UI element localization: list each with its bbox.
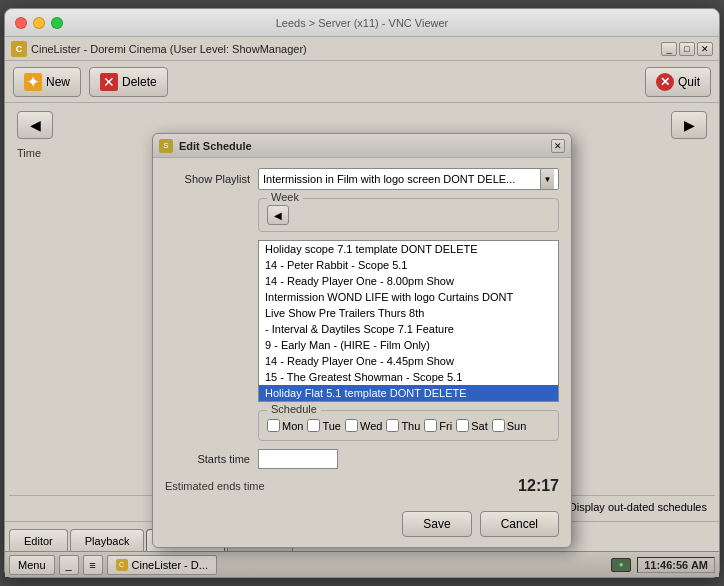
starts-time-row: Starts time [165, 449, 559, 469]
app-icon: C [11, 41, 27, 57]
week-nav-row: ◀ [267, 203, 550, 227]
day-checkbox-mon[interactable] [267, 419, 280, 432]
win-minimize-btn[interactable]: _ [661, 42, 677, 56]
day-check-sat[interactable]: Sat [456, 419, 488, 432]
playlist-dropdown-list[interactable]: Holiday scope 7.1 template DONT DELETE14… [259, 241, 558, 401]
day-checkbox-tue[interactable] [307, 419, 320, 432]
taskbar: Menu _ ≡ C CineLister - D... ● 11:46:56 … [5, 551, 719, 577]
minimize-button[interactable] [33, 17, 45, 29]
app-title: CineLister - Doremi Cinema (User Level: … [31, 43, 307, 55]
week-back-button[interactable]: ◀ [267, 205, 289, 225]
main-window: Leeds > Server (x11) - VNC Viewer C Cine… [4, 8, 720, 578]
taskbar-app-label: CineLister - D... [132, 559, 208, 571]
modal-title-bar: S Edit Schedule ✕ [153, 134, 571, 158]
delete-icon: ✕ [100, 73, 118, 91]
save-button[interactable]: Save [402, 511, 471, 537]
new-label: New [46, 75, 70, 89]
select-arrow-icon: ▼ [540, 169, 554, 189]
day-check-tue[interactable]: Tue [307, 419, 341, 432]
quit-area: ✕ Quit [645, 67, 711, 97]
show-playlist-label: Show Playlist [165, 173, 250, 185]
edit-schedule-modal: S Edit Schedule ✕ Show Playlist Intermis… [152, 133, 572, 548]
network-icon: ● [611, 558, 631, 572]
day-check-wed[interactable]: Wed [345, 419, 382, 432]
cancel-button[interactable]: Cancel [480, 511, 559, 537]
playlist-item-6[interactable]: 9 - Early Man - (HIRE - Film Only) [259, 337, 558, 353]
playlist-item-9[interactable]: Holiday Flat 5.1 template DONT DELETE [259, 385, 558, 401]
playlist-item-2[interactable]: 14 - Ready Player One - 8.00pm Show [259, 273, 558, 289]
menu-bar: C CineLister - Doremi Cinema (User Level… [5, 37, 719, 61]
day-check-sun[interactable]: Sun [492, 419, 527, 432]
playlist-item-8[interactable]: 15 - The Greatest Showman - Scope 5.1 [259, 369, 558, 385]
taskbar-list-btn[interactable]: ≡ [83, 555, 103, 575]
day-check-fri[interactable]: Fri [424, 419, 452, 432]
window-controls: _ □ ✕ [661, 42, 713, 56]
day-checkbox-wed[interactable] [345, 419, 358, 432]
taskbar-app-item[interactable]: C CineLister - D... [107, 555, 217, 575]
delete-label: Delete [122, 75, 157, 89]
taskbar-app-icon: C [116, 559, 128, 571]
menu-button[interactable]: Menu [9, 555, 55, 575]
main-area: ◀ ▶ Time S Edit Schedule ✕ [5, 103, 719, 521]
schedule-legend: Schedule [267, 403, 321, 415]
week-legend: Week [267, 191, 303, 203]
modal-overlay: S Edit Schedule ✕ Show Playlist Intermis… [5, 103, 719, 521]
delete-button[interactable]: ✕ Delete [89, 67, 168, 97]
close-button[interactable] [15, 17, 27, 29]
show-playlist-value: Intermission in Film with logo screen DO… [263, 173, 540, 185]
taskbar-minimize-btn[interactable]: _ [59, 555, 79, 575]
win-restore-btn[interactable]: □ [679, 42, 695, 56]
ends-row: Estimated ends time 12:17 [165, 477, 559, 495]
day-check-mon[interactable]: Mon [267, 419, 303, 432]
day-checkbox-fri[interactable] [424, 419, 437, 432]
starts-time-label: Starts time [165, 453, 250, 465]
modal-title: Edit Schedule [179, 140, 551, 152]
show-playlist-select[interactable]: Intermission in Film with logo screen DO… [258, 168, 559, 190]
day-check-thu[interactable]: Thu [386, 419, 420, 432]
tab-playback[interactable]: Playback [70, 529, 145, 551]
quit-label: Quit [678, 75, 700, 89]
playlist-item-1[interactable]: 14 - Peter Rabbit - Scope 5.1 [259, 257, 558, 273]
show-playlist-row: Show Playlist Intermission in Film with … [165, 168, 559, 190]
modal-footer: Save Cancel [153, 505, 571, 547]
playlist-item-4[interactable]: Live Show Pre Trailers Thurs 8th [259, 305, 558, 321]
week-group: Week ◀ [258, 198, 559, 232]
new-icon: ✦ [24, 73, 42, 91]
title-bar: Leeds > Server (x11) - VNC Viewer [5, 9, 719, 37]
estimated-ends-value: 12:17 [518, 477, 559, 495]
traffic-lights [15, 17, 63, 29]
new-button[interactable]: ✦ New [13, 67, 81, 97]
win-close-btn[interactable]: ✕ [697, 42, 713, 56]
day-checkbox-sun[interactable] [492, 419, 505, 432]
modal-body: Show Playlist Intermission in Film with … [153, 158, 571, 505]
schedule-group: Schedule MonTueWedThuFriSatSun [258, 410, 559, 441]
taskbar-right: ● 11:46:56 AM [611, 557, 715, 573]
window-title: Leeds > Server (x11) - VNC Viewer [276, 17, 449, 29]
tab-editor[interactable]: Editor [9, 529, 68, 551]
modal-icon: S [159, 139, 173, 153]
playlist-item-3[interactable]: Intermission WOND LIFE with logo Curtain… [259, 289, 558, 305]
playlist-item-7[interactable]: 14 - Ready Player One - 4.45pm Show [259, 353, 558, 369]
quit-button[interactable]: ✕ Quit [645, 67, 711, 97]
starts-time-input[interactable] [258, 449, 338, 469]
modal-close-button[interactable]: ✕ [551, 139, 565, 153]
playlist-dropdown-container: Holiday scope 7.1 template DONT DELETE14… [258, 240, 559, 402]
days-row: MonTueWedThuFriSatSun [267, 419, 550, 432]
day-checkbox-sat[interactable] [456, 419, 469, 432]
playlist-item-0[interactable]: Holiday scope 7.1 template DONT DELETE [259, 241, 558, 257]
playlist-item-5[interactable]: - Interval & Daytiles Scope 7.1 Feature [259, 321, 558, 337]
maximize-button[interactable] [51, 17, 63, 29]
estimated-ends-label: Estimated ends time [165, 480, 265, 492]
day-checkbox-thu[interactable] [386, 419, 399, 432]
taskbar-clock: 11:46:56 AM [637, 557, 715, 573]
toolbar: ✦ New ✕ Delete ✕ Quit [5, 61, 719, 103]
quit-icon: ✕ [656, 73, 674, 91]
